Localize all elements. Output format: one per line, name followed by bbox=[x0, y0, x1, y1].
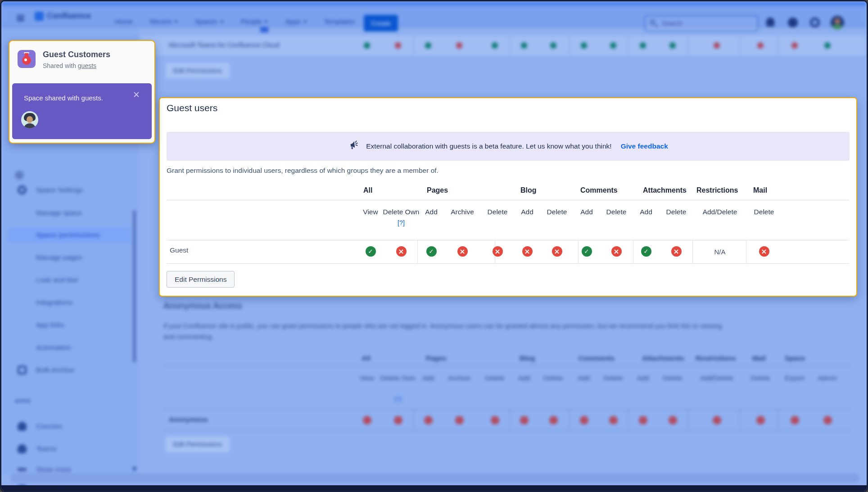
guest-permissions-table: AllPagesBlogCommentsAttachmentsRestricti… bbox=[160, 98, 856, 296]
permission-denied-icon: × bbox=[759, 246, 769, 257]
permission-denied-icon: × bbox=[552, 246, 562, 257]
guest-edit-permissions-button[interactable]: Edit Permissions bbox=[167, 271, 235, 288]
row-divider bbox=[687, 409, 688, 430]
permission-denied-icon bbox=[713, 416, 721, 424]
column-group-mail: Mail bbox=[753, 186, 767, 194]
space-avatar-icon bbox=[18, 50, 36, 68]
permission-na: N/A bbox=[702, 248, 738, 256]
permission-denied-icon: × bbox=[457, 246, 468, 257]
table-rule bbox=[163, 409, 851, 410]
permission-denied-icon bbox=[791, 416, 799, 424]
space-title-block: Guest Customers Shared with guests bbox=[43, 50, 110, 69]
permission-denied-icon bbox=[580, 416, 588, 424]
permission-denied-icon bbox=[669, 416, 677, 424]
table-rule bbox=[167, 240, 849, 240]
permission-denied-icon bbox=[424, 416, 433, 424]
permission-denied-icon bbox=[549, 416, 558, 424]
table-rule bbox=[163, 366, 851, 366]
space-header: Guest Customers Shared with guests bbox=[18, 50, 110, 69]
guests-link[interactable]: guests bbox=[78, 62, 96, 69]
permission-denied-icon bbox=[756, 416, 765, 424]
permission-allowed-icon: ✓ bbox=[641, 246, 651, 257]
anon-column-subheader: Add/Delete bbox=[696, 373, 737, 383]
permission-denied-icon: × bbox=[493, 246, 503, 257]
column-subheader-add-delete: Add/Delete bbox=[699, 207, 741, 217]
anon-column-subheader: Delete bbox=[652, 373, 693, 383]
row-divider bbox=[692, 240, 693, 263]
table-rule bbox=[163, 430, 851, 431]
row-divider bbox=[633, 240, 633, 263]
anon-column-group-mail: Mail bbox=[752, 354, 766, 362]
permission-denied-icon: × bbox=[522, 246, 533, 257]
space-subtitle-prefix: Shared with bbox=[43, 62, 78, 69]
tooltip-text: Space shared with guests. bbox=[24, 94, 103, 102]
anon-column-group-comments: Comments bbox=[579, 354, 615, 362]
permission-denied-icon: × bbox=[611, 246, 622, 257]
anon-row-label: Anonymous bbox=[169, 415, 208, 423]
permission-denied-icon bbox=[491, 416, 499, 424]
guest-row-label: Guest bbox=[170, 246, 188, 254]
space-shared-tooltip: Space shared with guests. ✕ bbox=[12, 83, 152, 139]
permission-denied-icon bbox=[394, 416, 402, 424]
column-subheader-delete: Delete bbox=[656, 207, 697, 217]
row-divider bbox=[778, 409, 778, 430]
space-subtitle: Shared with guests bbox=[43, 62, 110, 69]
row-divider bbox=[578, 240, 579, 263]
guest-users-panel: Guest users External collaboration with … bbox=[159, 97, 857, 297]
row-divider bbox=[510, 409, 510, 430]
anon-column-group-all: All bbox=[362, 354, 371, 362]
row-divider bbox=[413, 409, 414, 430]
confluence-window: Confluence HomeRecentSpacesPeopleAppsTem… bbox=[0, 0, 868, 492]
window-bottom-bar bbox=[1, 485, 867, 492]
permission-denied-icon: × bbox=[396, 246, 407, 257]
space-title: Guest Customers bbox=[43, 50, 110, 60]
anon-column-group-attachments: Attachments bbox=[642, 354, 684, 362]
column-subheader-delete: Delete bbox=[743, 207, 785, 217]
permission-denied-icon bbox=[609, 416, 618, 424]
anon-column-group-restrictions: Restrictions bbox=[696, 354, 736, 362]
row-divider bbox=[746, 240, 746, 263]
anon-column-group-pages: Pages bbox=[426, 354, 447, 362]
row-divider bbox=[740, 409, 740, 430]
anonymous-edit-permissions-button[interactable]: Edit Permissions bbox=[166, 436, 230, 452]
row-divider bbox=[417, 240, 418, 263]
column-group-comments: Comments bbox=[580, 186, 618, 194]
column-group-pages: Pages bbox=[427, 186, 448, 194]
anon-column-group-blog: Blog bbox=[520, 354, 535, 362]
permission-denied-icon: × bbox=[671, 246, 682, 257]
permission-allowed-icon: ✓ bbox=[426, 246, 437, 257]
flask-highlight bbox=[24, 59, 27, 61]
anon-column-group-space: Space bbox=[785, 354, 805, 362]
permission-allowed-icon: ✓ bbox=[366, 246, 376, 257]
avatar-shoulders bbox=[23, 123, 36, 128]
anon-column-subheader: Admin bbox=[807, 373, 848, 383]
column-group-restrictions: Restrictions bbox=[696, 186, 738, 194]
row-divider bbox=[570, 409, 570, 430]
column-group-attachments: Attachments bbox=[643, 186, 687, 194]
row-divider bbox=[628, 409, 628, 430]
delete-own-help-link[interactable]: [?] bbox=[380, 218, 422, 227]
permission-denied-icon bbox=[639, 416, 647, 424]
table-rule bbox=[167, 200, 849, 200]
column-group-all: All bbox=[363, 186, 372, 194]
avatar-face bbox=[27, 116, 33, 123]
guest-user-avatar bbox=[21, 111, 38, 128]
column-group-blog: Blog bbox=[520, 186, 537, 194]
table-rule bbox=[167, 263, 849, 264]
permission-denied-icon bbox=[520, 416, 529, 424]
permission-denied-icon bbox=[823, 416, 832, 424]
horizontal-scrollbar[interactable] bbox=[10, 474, 859, 483]
guest-customers-spotlight-card: Guest Customers Shared with guests Space… bbox=[9, 40, 155, 144]
permission-allowed-icon: ✓ bbox=[582, 246, 592, 257]
permission-denied-icon bbox=[455, 416, 464, 424]
anon-help-link[interactable]: [?] bbox=[377, 396, 419, 403]
close-icon[interactable]: ✕ bbox=[133, 90, 140, 99]
permission-denied-icon bbox=[363, 416, 371, 424]
